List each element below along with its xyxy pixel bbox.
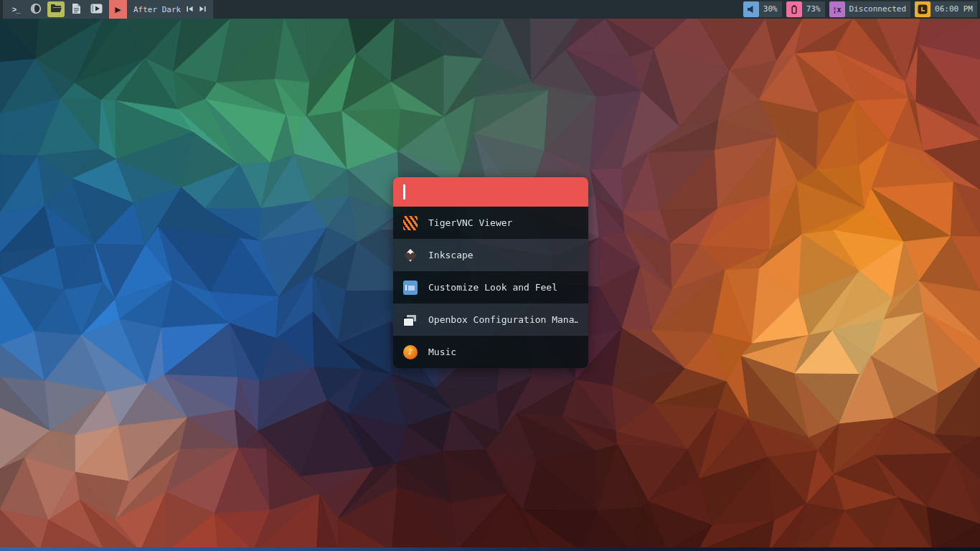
network-widget[interactable]: ¦x Disconnected	[829, 0, 910, 19]
launcher-item-inkscape[interactable]: Inkscape	[393, 239, 588, 271]
launcher-item-label: Inkscape	[428, 250, 473, 260]
search-input[interactable]	[393, 177, 588, 207]
clock-icon	[915, 1, 930, 17]
media-player-widget: ▶ After Dark	[109, 0, 213, 19]
play-icon: ▶	[115, 5, 121, 14]
text-editor-launcher-button[interactable]	[67, 1, 85, 17]
document-icon	[71, 3, 81, 17]
play-button[interactable]: ▶	[109, 0, 127, 19]
launcher-list: TigerVNC Viewer Inkscape Customize Look …	[393, 207, 588, 368]
launcher-item-label: Customize Look and Feel	[428, 282, 557, 293]
video-player-launcher-button[interactable]	[88, 1, 105, 17]
app-launcher-window: TigerVNC Viewer Inkscape Customize Look …	[393, 177, 588, 368]
browser-launcher-button[interactable]	[27, 1, 44, 17]
next-track-icon	[199, 4, 207, 15]
next-track-button[interactable]	[199, 4, 207, 15]
launcher-item-openbox-configuration[interactable]: Openbox Configuration Mana…	[393, 303, 588, 336]
clock-widget[interactable]: 06:00 PM	[915, 0, 977, 19]
network-status: Disconnected	[845, 1, 910, 17]
network-disconnected-icon: ¦x	[829, 1, 845, 17]
media-info: After Dark	[127, 0, 213, 19]
launcher-item-label: TigerVNC Viewer	[428, 217, 512, 228]
launcher-item-label: Music	[428, 347, 456, 357]
launcher-item-customize-look-and-feel[interactable]: Customize Look and Feel	[393, 271, 588, 303]
battery-widget[interactable]: 73%	[786, 0, 825, 19]
browser-icon	[30, 3, 42, 17]
openbox-windows-icon	[403, 313, 418, 327]
battery-level: 73%	[802, 1, 825, 17]
appearance-settings-icon	[403, 281, 418, 295]
inkscape-icon	[403, 248, 418, 263]
launcher-item-label: Openbox Configuration Mana…	[428, 314, 578, 325]
file-manager-launcher-button[interactable]	[47, 1, 65, 17]
launcher-item-tigervnc[interactable]: TigerVNC Viewer	[393, 207, 588, 239]
terminal-launcher-button[interactable]: >_	[7, 1, 24, 17]
clock-time: 06:00 PM	[930, 1, 977, 17]
volume-icon	[743, 1, 759, 17]
video-icon	[90, 4, 103, 16]
volume-level: 30%	[759, 1, 782, 17]
terminal-icon: >_	[12, 5, 20, 14]
folder-icon	[50, 3, 62, 16]
text-cursor	[403, 184, 405, 199]
music-icon: ♪	[403, 345, 418, 359]
previous-track-icon	[186, 4, 194, 15]
previous-track-button[interactable]	[186, 4, 194, 15]
volume-widget[interactable]: 30%	[743, 0, 782, 19]
top-panel: >_ ▶ After Dark	[0, 0, 980, 19]
track-title: After Dark	[133, 5, 181, 14]
launcher-item-music[interactable]: ♪ Music	[393, 336, 588, 368]
tigervnc-icon	[403, 216, 418, 230]
battery-icon	[786, 1, 802, 17]
launcher-bar: >_	[3, 0, 109, 19]
